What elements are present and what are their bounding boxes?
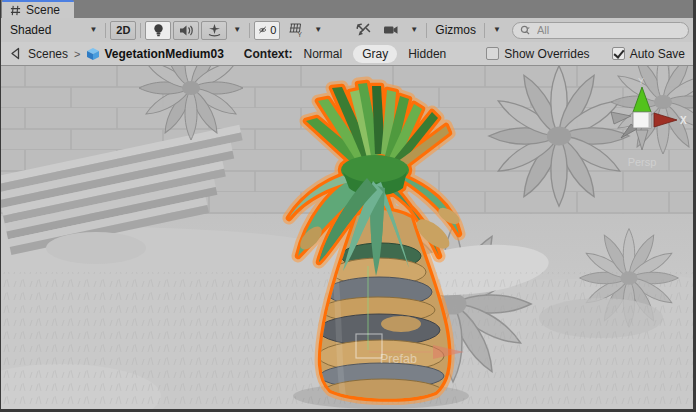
show-overrides-label: Show Overrides (504, 47, 589, 61)
chevron-down-icon: ▼ (233, 26, 241, 34)
search-input[interactable] (535, 23, 681, 37)
camera-icon (383, 24, 400, 36)
gizmo-center-cube[interactable] (633, 112, 651, 128)
tab-strip: Scene (1, 0, 693, 18)
prefab-context-bar: Scenes > VegetationMedium03 Context: Nor… (1, 42, 693, 66)
gray-rock (46, 232, 146, 264)
hidden-count: 0 (270, 24, 276, 36)
prefab-label: Prefab (380, 352, 417, 366)
back-arrow-icon[interactable] (9, 47, 22, 60)
hidden-objects-button[interactable]: 0 (254, 21, 280, 40)
search-icon (520, 25, 532, 36)
2d-toggle-button[interactable]: 2D (110, 21, 136, 40)
scene-lighting-button[interactable] (145, 21, 171, 40)
eye-slash-icon (258, 24, 268, 36)
window-frame-left (0, 0, 1, 412)
toolbar-separator (105, 23, 106, 38)
lightbulb-icon (152, 23, 165, 38)
auto-save-label: Auto Save (630, 47, 685, 61)
show-overrides-toggle[interactable]: Show Overrides (486, 47, 589, 61)
effects-star-icon (207, 23, 222, 37)
projection-label[interactable]: Persp (628, 156, 657, 168)
x-axis-label: X (680, 115, 687, 126)
context-option-hidden[interactable]: Hidden (399, 45, 455, 63)
chevron-down-icon: ▼ (410, 26, 418, 34)
2d-label: 2D (116, 24, 130, 36)
chevron-down-icon: ▼ (89, 26, 97, 34)
scene-effects-dropdown[interactable]: ▼ (229, 21, 245, 40)
camera-settings-button[interactable] (378, 21, 404, 40)
selected-prefab-tree[interactable] (289, 83, 469, 409)
svg-text:Y: Y (297, 31, 302, 38)
breadcrumb-scenes[interactable]: Scenes (28, 47, 68, 61)
show-overrides-checkbox[interactable] (486, 47, 499, 60)
auto-save-checkbox[interactable] (612, 47, 625, 60)
overlays-tools-button[interactable] (350, 21, 376, 40)
scene-search-field[interactable] (512, 22, 689, 39)
toolbar-separator (426, 23, 427, 38)
context-option-gray[interactable]: Gray (353, 45, 397, 63)
scene-effects-button[interactable] (201, 21, 227, 40)
shading-mode-label: Shaded (10, 23, 51, 37)
context-option-normal[interactable]: Normal (295, 45, 352, 63)
grid-visibility-button[interactable]: Y (282, 21, 308, 40)
breadcrumb-prefab-name[interactable]: VegetationMedium03 (104, 47, 223, 61)
grid-dropdown[interactable]: ▼ (310, 21, 326, 40)
chevron-down-icon: ▼ (314, 26, 322, 34)
prefab-cube-icon (86, 47, 100, 61)
scene-viewport[interactable]: Prefab Y X Persp (1, 66, 693, 409)
chevron-down-icon: ▼ (493, 26, 501, 34)
toolbar-separator (249, 23, 250, 38)
wrench-screwdriver-icon (356, 23, 371, 37)
tab-title: Scene (26, 3, 60, 17)
speaker-icon (179, 24, 194, 37)
gizmos-arrow[interactable]: ▼ (489, 21, 505, 40)
toolbar-separator (140, 23, 141, 38)
auto-save-toggle[interactable]: Auto Save (612, 47, 685, 61)
scene-audio-button[interactable] (173, 21, 199, 40)
toolbar-separator (484, 23, 485, 38)
y-axis-label: Y (638, 76, 644, 86)
unity-scene-view-window: Scene Shaded ▼ 2D (0, 0, 696, 412)
gizmos-dropdown[interactable]: Gizmos (430, 21, 481, 39)
shading-mode-dropdown[interactable]: Shaded ▼ (5, 21, 102, 39)
scene-render: Prefab Y X Persp (1, 66, 693, 409)
breadcrumb-separator: > (74, 48, 80, 60)
context-label: Context: (244, 47, 293, 61)
tab-scene[interactable]: Scene (2, 0, 74, 18)
grid-icon: Y (288, 23, 303, 37)
scene-toolbar: Shaded ▼ 2D ▼ (1, 18, 693, 42)
scene-tab-grid-icon (10, 5, 21, 16)
gizmo-cube-shade (649, 112, 652, 128)
gizmos-label: Gizmos (435, 23, 476, 37)
camera-dropdown[interactable]: ▼ (406, 21, 422, 40)
